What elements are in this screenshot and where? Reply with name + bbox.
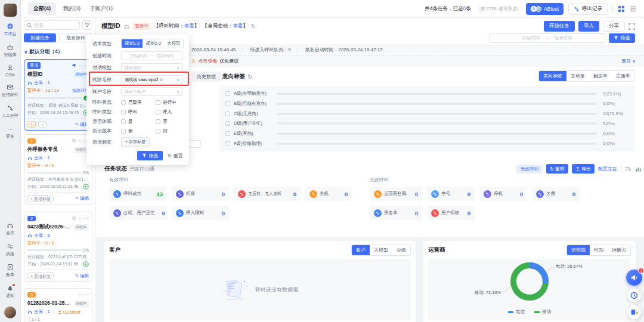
sidebar-item-workbench[interactable]: 工作台 — [4, 23, 17, 37]
list-view-icon[interactable] — [630, 5, 637, 13]
tab-all[interactable]: 全部(4) — [28, 2, 56, 15]
more-icon[interactable]: ⋯ — [83, 215, 89, 221]
library-count[interactable]: 全库：1 — [34, 155, 50, 161]
checkbox-running[interactable]: 进行中 — [156, 100, 190, 106]
option-rule1[interactable]: 规则1.0 — [122, 39, 143, 48]
checkbox[interactable] — [225, 112, 230, 116]
task-card[interactable]: 置顶 ○ ⋯ 模型ID 呼叫中 全库：1 暂停中：13 / 13 线路详情 — [24, 59, 92, 131]
announcement-fab[interactable]: 1 — [626, 270, 642, 286]
recall-button[interactable]: ↻ 重呼 — [546, 164, 568, 174]
tab-interaction[interactable]: 互动量 — [566, 71, 589, 81]
tab-intent-label[interactable]: 意向标签 — [539, 71, 566, 81]
sidebar-item-sms-mail[interactable]: 短信邮件 — [2, 83, 18, 98]
user-avatar[interactable] — [4, 4, 17, 17]
account-avatar[interactable] — [4, 306, 16, 318]
dropdown-filter-button[interactable]: 筛选 — [137, 151, 163, 160]
loop-icon[interactable]: ○ — [79, 293, 81, 297]
task-card[interactable]: 2 ○ ⋯ 0423测试62026-01-14（… 休眠中 全库：6 暂停中：0… — [24, 212, 92, 282]
sidebar-item-more[interactable]: ⋯ 更多 — [6, 125, 14, 140]
task-card[interactable]: 1 ○ ⋯ 外呼服务专员 休眠中 全库：1 暂停中：0 / 0 0% — [24, 134, 92, 205]
tab-reach-rate[interactable]: 触达率 — [589, 71, 612, 81]
sidebar-item-library[interactable]: 全库 — [6, 222, 14, 236]
view-suggestion-link[interactable]: 点击查看 — [198, 58, 217, 64]
pin-icon[interactable] — [72, 138, 76, 143]
checkbox[interactable] — [225, 101, 230, 106]
sidebar-item-csm[interactable]: CSM — [5, 64, 15, 77]
tab-operator[interactable]: 运营商 — [567, 245, 590, 255]
add-tag-button[interactable]: + 新增标签 — [27, 273, 54, 279]
tab-group[interactable]: 分组 — [392, 245, 410, 255]
tag-badge[interactable]: 1 — [27, 121, 36, 128]
checkbox-paused[interactable]: 已暂停 — [121, 100, 156, 106]
task-card[interactable]: 3 ○ ⋯ 01282026-01-28（16:44） 休眠中 全库：1 ｜ 0… — [24, 288, 92, 322]
sidebar-item-agent[interactable]: 智能体 — [4, 44, 17, 58]
checkbox-outbound[interactable]: 呼出 — [121, 109, 156, 115]
edit-link[interactable]: ✎ 编辑 — [75, 196, 89, 202]
call-log-button[interactable]: 呼出记录 — [568, 3, 608, 15]
default-group-header[interactable]: ∨ 默认分组（4） — [24, 48, 92, 55]
filter-submit-button[interactable]: 筛选 — [609, 33, 635, 43]
dialog-model-select[interactable]: 选择模型∨ — [121, 63, 183, 72]
sidebar-item-lines[interactable]: 线路 — [6, 243, 14, 257]
loop-icon[interactable]: ○ — [79, 64, 81, 68]
checkbox-version-old[interactable]: 旧 — [156, 128, 190, 134]
config-dial-link[interactable]: 配置互拨 — [598, 166, 617, 172]
checkbox[interactable] — [225, 91, 230, 96]
filter-funnel-button[interactable] — [82, 20, 92, 30]
checkbox-version-new[interactable]: 新 — [121, 128, 156, 134]
tab-subaccount[interactable]: 子账户(1) — [85, 2, 117, 15]
tab-mine[interactable]: 我的(3) — [58, 2, 85, 15]
pin-icon[interactable] — [72, 63, 76, 68]
tab-customer[interactable]: 客户 — [352, 245, 370, 255]
service-fab[interactable] — [627, 289, 641, 302]
dropdown-reset-button[interactable]: ↻ 重置 — [168, 153, 183, 159]
library-count[interactable]: 全库：1 — [34, 309, 50, 315]
start-task-button[interactable]: 开始任务 — [544, 21, 575, 32]
library-count[interactable]: 全库：6 — [34, 233, 50, 239]
fullscreen-icon[interactable] — [628, 23, 635, 30]
bar-chart-icon[interactable] — [635, 166, 642, 172]
add-tag-button[interactable]: + — [38, 121, 47, 128]
checkbox-sleep-yes[interactable]: 是 — [121, 119, 156, 125]
abtest-button[interactable]: AB ABtest — [526, 3, 564, 15]
checkbox-inbound[interactable]: 呼入 — [156, 109, 190, 115]
tab-gender[interactable]: 性别 — [590, 245, 608, 255]
sidebar-item-notice[interactable]: 通知 — [6, 284, 14, 299]
edit-link[interactable]: ✎ 编辑 — [75, 273, 89, 279]
checkbox[interactable] — [225, 131, 230, 136]
checkbox-sleep-no[interactable]: 否 — [156, 119, 190, 125]
option-rule2[interactable]: 规则2.0 — [143, 39, 163, 48]
grid-view-icon[interactable] — [618, 5, 625, 13]
more-icon[interactable]: ⋯ — [83, 292, 89, 298]
loop-icon[interactable]: ○ — [79, 216, 81, 221]
add-tag-button[interactable]: + 添加标签 — [121, 137, 150, 147]
pin-icon[interactable] — [72, 216, 76, 221]
history-data-button[interactable]: 历史数据 — [192, 72, 221, 82]
add-tag-button[interactable]: + 新增标签 — [27, 195, 54, 202]
loop-icon[interactable]: ○ — [79, 139, 81, 143]
sort-icon[interactable] — [625, 166, 631, 172]
view-link[interactable]: 查看 — [184, 23, 194, 29]
import-button[interactable]: 导入 — [578, 21, 599, 32]
clear-icon[interactable]: ⊗ — [159, 78, 163, 82]
sidebar-item-billing[interactable]: 账单 — [6, 264, 14, 278]
checkbox[interactable] — [225, 121, 230, 126]
refresh-icon[interactable]: ↻ — [247, 73, 252, 80]
share-button[interactable]: 分享 — [603, 21, 625, 32]
option-llm[interactable]: 大模型 — [164, 39, 184, 48]
create-time-range-input[interactable]: 开始时间~结束时间 — [121, 51, 183, 60]
invalid-call-chip[interactable]: 无效呼叫 — [516, 165, 543, 174]
expand-link[interactable]: 展开 ∨ — [621, 58, 636, 64]
tab-llm[interactable]: 大模型 — [370, 245, 392, 255]
new-task-button[interactable]: 新建任务 — [24, 33, 56, 42]
library-count[interactable]: 全库：1 — [34, 80, 50, 86]
date-range-input[interactable]: 开始时间 ~ 结束时间 — [489, 33, 605, 43]
play-icon[interactable] — [83, 261, 89, 267]
sidebar-item-manual-call[interactable]: 人工外呼 — [2, 104, 18, 119]
refresh-icon[interactable]: ↻ — [251, 23, 256, 29]
checkbox[interactable] — [225, 141, 230, 146]
search-input[interactable]: 搜索 — [24, 20, 80, 30]
export-button[interactable]: 导出 — [572, 164, 595, 174]
tab-hangup-side[interactable]: 挂断方 — [608, 245, 630, 255]
account-select[interactable]: 选择子账户∨ — [121, 87, 183, 96]
